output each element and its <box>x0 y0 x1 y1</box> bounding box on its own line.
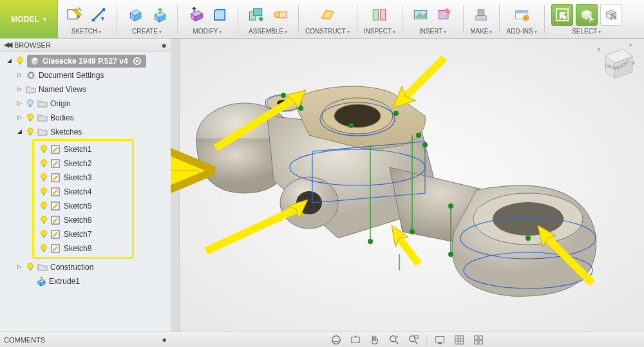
insert-decal-icon[interactable] <box>410 4 431 26</box>
select-group-label[interactable]: SELECT <box>572 28 601 35</box>
bulb-icon[interactable] <box>26 99 35 108</box>
node-sketch[interactable]: Sketch6 <box>35 213 129 227</box>
node-sketch[interactable]: Sketch1 <box>35 142 129 156</box>
bulb-icon[interactable] <box>39 216 48 225</box>
bulb-icon[interactable] <box>39 187 48 196</box>
node-bodies[interactable]: Bodies <box>1 111 169 125</box>
construct-group-label[interactable]: CONSTRUCT <box>305 28 350 35</box>
make-group-label[interactable]: MAKE <box>470 28 492 35</box>
svg-point-55 <box>41 160 47 165</box>
select-freeform-icon[interactable] <box>600 4 622 26</box>
node-label: Sketch4 <box>64 187 91 196</box>
folder-icon <box>37 262 48 272</box>
expand-icon[interactable] <box>15 99 23 107</box>
select-body-icon[interactable] <box>576 4 598 26</box>
insert-attach-icon[interactable] <box>434 4 456 26</box>
create-extrude-icon[interactable] <box>148 4 170 26</box>
expand-icon[interactable] <box>15 113 23 121</box>
node-sketch[interactable]: Sketch3 <box>35 171 129 185</box>
doc-root-node[interactable]: Giesecke 1949 P.527 v4 <box>1 54 169 68</box>
extrude-icon <box>36 276 46 286</box>
svg-point-101 <box>298 106 303 111</box>
node-named-views[interactable]: Named Views <box>1 82 169 97</box>
svg-rect-21 <box>374 10 379 20</box>
construct-plane-icon[interactable] <box>316 4 338 26</box>
browser-options-icon[interactable]: ● <box>162 40 167 50</box>
inspect-group-label[interactable]: INSPECT <box>364 28 395 35</box>
svg-point-17 <box>259 17 263 21</box>
sketch-line-icon[interactable]: ▾ <box>88 4 109 26</box>
node-label: Sketch7 <box>64 230 91 239</box>
svg-point-100 <box>281 93 286 98</box>
sketch-create-icon[interactable] <box>63 4 85 26</box>
bulb-icon[interactable] <box>39 173 48 182</box>
expand-icon[interactable] <box>15 127 23 135</box>
active-target-icon[interactable] <box>133 57 141 65</box>
bulb-icon[interactable] <box>39 244 48 253</box>
node-doc-settings[interactable]: Document Settings <box>1 68 169 82</box>
sketch-group-label[interactable]: SKETCH <box>71 28 102 35</box>
viewcube[interactable]: FRONT RIGHT x y z <box>592 41 638 86</box>
node-sketches[interactable]: Sketches <box>1 125 169 139</box>
doc-title: Giesecke 1949 P.527 v4 <box>43 57 128 66</box>
bulb-icon[interactable] <box>15 57 24 66</box>
create-box-icon[interactable] <box>124 4 146 26</box>
pan-icon[interactable] <box>367 333 383 346</box>
node-sketch[interactable]: Sketch7 <box>35 227 129 241</box>
node-extrude[interactable]: Extrude1 <box>1 274 169 288</box>
node-sketch[interactable]: Sketch2 <box>35 156 129 171</box>
modify-fillet-icon[interactable] <box>209 4 231 26</box>
modify-group-label[interactable]: MODIFY <box>193 28 222 35</box>
zoom-icon[interactable]: ± <box>386 333 402 346</box>
addins-group-label[interactable]: ADD-INS <box>506 28 536 35</box>
mode-button[interactable]: MODEL <box>0 0 58 38</box>
node-origin[interactable]: Origin <box>1 97 169 111</box>
svg-marker-20 <box>322 11 334 19</box>
node-sketch[interactable]: Sketch5 <box>35 199 129 213</box>
browser-collapse-icon[interactable]: ◀◀ <box>4 41 10 49</box>
make-3dprint-icon[interactable] <box>470 4 492 26</box>
expand-icon[interactable] <box>15 263 23 270</box>
sketch-icon <box>51 215 61 225</box>
comments-options-icon[interactable]: ● <box>162 335 167 344</box>
svg-rect-16 <box>254 8 262 15</box>
insert-group-label[interactable]: INSERT <box>419 28 447 35</box>
bulb-icon[interactable] <box>26 127 35 136</box>
3d-viewport[interactable]: FRONT RIGHT x y z <box>171 39 644 332</box>
bulb-icon[interactable] <box>26 263 35 272</box>
svg-point-110 <box>526 236 531 241</box>
expand-icon[interactable] <box>15 71 23 79</box>
bulb-icon[interactable] <box>39 202 48 211</box>
svg-point-108 <box>448 203 453 209</box>
orbit-icon[interactable] <box>328 333 344 346</box>
node-construction[interactable]: Construction <box>1 260 169 274</box>
bulb-icon[interactable] <box>39 159 48 168</box>
assemble-group-label[interactable]: ASSEMBLE <box>249 28 287 35</box>
bulb-icon[interactable] <box>26 113 35 122</box>
svg-rect-27 <box>476 16 486 21</box>
inspect-measure-icon[interactable] <box>368 4 390 26</box>
node-label: Sketches <box>50 127 82 136</box>
node-sketch[interactable]: Sketch8 <box>35 241 129 256</box>
comments-panel-header[interactable]: COMMENTS ● <box>0 335 171 344</box>
node-sketch[interactable]: Sketch4 <box>35 185 129 199</box>
display-settings-icon[interactable] <box>432 333 448 346</box>
svg-point-104 <box>416 133 421 138</box>
look-at-icon[interactable] <box>348 333 363 346</box>
grid-settings-icon[interactable] <box>451 333 467 346</box>
assemble-joint-icon[interactable] <box>269 4 291 26</box>
modify-pressPull-icon[interactable] <box>184 4 206 26</box>
select-window-icon[interactable] <box>551 4 573 26</box>
node-label: Sketch8 <box>64 244 91 253</box>
assemble-component-icon[interactable] <box>245 4 267 26</box>
create-group-label[interactable]: CREATE <box>132 28 162 35</box>
fit-icon[interactable] <box>406 333 421 346</box>
addins-scripts-icon[interactable] <box>511 4 533 26</box>
bulb-icon[interactable] <box>39 230 48 239</box>
browser-title: BROWSER <box>14 41 51 49</box>
viewport-layout-icon[interactable] <box>471 333 486 346</box>
expand-icon[interactable] <box>15 85 23 93</box>
expand-icon[interactable] <box>5 57 13 64</box>
svg-rect-138 <box>436 336 444 342</box>
bulb-icon[interactable] <box>39 145 48 154</box>
